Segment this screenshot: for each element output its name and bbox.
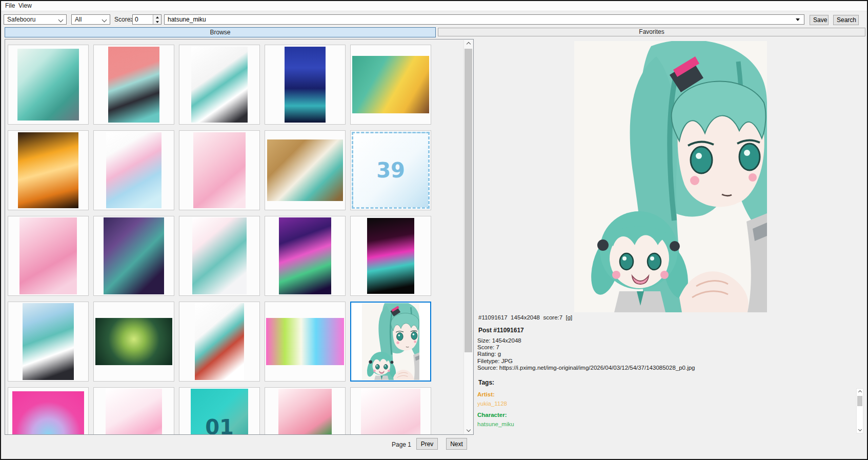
thumbnail-miku-duo[interactable]	[8, 45, 89, 125]
thumbnail-image	[267, 139, 343, 201]
thumbnail-strawberry-girl[interactable]	[265, 387, 346, 435]
thumbnail-image	[367, 218, 414, 294]
scroll-down-button[interactable]	[464, 426, 473, 434]
thumbnail-miku-manga-couple[interactable]	[179, 45, 260, 125]
thumbnail-image	[278, 389, 332, 435]
scroll-up-button[interactable]	[464, 40, 473, 48]
thumbnail-image	[193, 132, 246, 208]
thumbnail-image: 01	[191, 389, 248, 435]
tags-scrollbar[interactable]	[856, 388, 863, 433]
thumbnail-sakura-girl[interactable]	[93, 387, 174, 435]
thumbnail-image	[362, 303, 419, 380]
menu-file[interactable]: File	[3, 1, 17, 10]
tab-favorites[interactable]: Favorites	[438, 28, 865, 36]
thumbnail-miku-39-red[interactable]	[93, 45, 174, 125]
thumbnail-orange-kimono[interactable]	[8, 130, 89, 210]
tag-item[interactable]: yukia_1128	[477, 401, 855, 407]
scrollbar-thumb[interactable]	[465, 49, 472, 352]
site-select-value: Safebooru	[7, 16, 35, 23]
chevron-down-icon	[466, 428, 470, 432]
scroll-down-button[interactable]	[857, 426, 863, 433]
thumbnail-crown-girl[interactable]	[8, 387, 89, 435]
dropdown-arrow-icon[interactable]	[796, 18, 800, 21]
thumbnail-image	[106, 132, 162, 208]
chevron-down-icon	[102, 17, 107, 23]
thumbnail-image	[195, 303, 244, 380]
tag-group-label: Character:	[477, 412, 855, 418]
next-page-button[interactable]: Next	[446, 438, 467, 450]
thumbnail-grid-panel: 3901	[5, 39, 474, 435]
thumbnail-miku-sunglasses[interactable]	[8, 302, 89, 382]
thumbnail-image	[12, 391, 84, 435]
thumbnail-neon-silhouette[interactable]	[350, 216, 431, 296]
post-detail-line: Source: https://i.pximg.net/img-original…	[477, 365, 695, 371]
save-button[interactable]: Save	[810, 15, 829, 25]
app-window: File View Safebooru All Score≥ Save Sear…	[0, 0, 868, 460]
grid-scrollbar[interactable]	[463, 40, 473, 434]
score-label: Score≥	[114, 14, 134, 25]
tab-browse[interactable]: Browse	[5, 27, 436, 37]
score-decrement-button[interactable]	[153, 19, 161, 24]
thumbnail-image	[192, 217, 247, 294]
score-spin-buttons	[153, 15, 161, 24]
thumbnail-text: 39	[376, 158, 405, 182]
filter-select[interactable]: All	[71, 14, 110, 25]
thumbnail-pale-pink-girl[interactable]	[350, 387, 431, 435]
thumbnail-miku-in-box[interactable]	[265, 130, 346, 210]
tag-item[interactable]: hatsune_miku	[477, 421, 855, 428]
scrollbar-thumb[interactable]	[857, 396, 862, 406]
thumbnail-pink-twintails[interactable]	[8, 216, 89, 296]
thumbnail-image	[279, 217, 331, 294]
chevron-up-icon	[858, 390, 861, 394]
tags-list: Artist:yukia_1128Character:hatsune_miku	[477, 389, 855, 434]
thumbnail-image	[106, 389, 162, 435]
chevron-up-icon	[466, 42, 470, 46]
thumbnail-image	[95, 318, 172, 365]
search-input[interactable]	[165, 15, 797, 24]
thumbnail-miku-pikachu[interactable]	[350, 45, 431, 125]
post-details: Size: 1454x2048Score: 7Rating: gFiletype…	[477, 337, 695, 371]
post-detail-line: Filetype: JPG	[477, 358, 695, 365]
prev-page-button[interactable]: Prev	[416, 438, 438, 450]
thumbnail-blossom-miku[interactable]	[179, 216, 260, 296]
thumbnail-image	[18, 132, 78, 208]
chevron-down-icon	[858, 428, 861, 431]
search-combobox	[164, 14, 804, 25]
post-detail-line: Rating: g	[477, 351, 695, 357]
tag-group-label: Artist:	[477, 391, 855, 398]
triangle-up-icon	[156, 16, 159, 18]
thumbnail-miku-plush-selected[interactable]	[350, 302, 431, 382]
thumbnail-image	[266, 318, 344, 365]
thumbnail-image	[17, 49, 79, 121]
thumbnail-neon-poster[interactable]	[265, 216, 346, 296]
thumbnail-image	[361, 389, 420, 435]
thumbnail-blue-text-page[interactable]	[265, 45, 346, 125]
search-button[interactable]: Search	[833, 15, 859, 25]
filter-select-value: All	[75, 16, 82, 23]
thumbnail-text: 01	[205, 415, 234, 435]
post-info-line: #11091617 1454x2048 score:7 [g]	[478, 314, 572, 321]
thumbnail-image	[23, 303, 74, 380]
preview-image	[574, 41, 767, 312]
site-select[interactable]: Safebooru	[4, 14, 67, 25]
thumbnail-galaxy-miku[interactable]	[93, 216, 174, 296]
thumbnail-image	[108, 47, 159, 123]
thumbnail-number-39[interactable]: 39	[350, 130, 431, 210]
thumbnail-manga-page[interactable]	[179, 302, 260, 382]
thumbnail-sakura-miku[interactable]	[179, 130, 260, 210]
menu-view[interactable]: View	[16, 1, 34, 10]
scroll-up-button[interactable]	[857, 389, 863, 395]
thumbnail-image	[352, 56, 429, 113]
thumbnail-poster-01[interactable]: 01	[179, 387, 260, 435]
menu-bar: File View	[1, 1, 867, 11]
chevron-down-icon	[58, 17, 64, 23]
thumbnail-image	[19, 217, 77, 294]
triangle-down-icon	[156, 21, 159, 23]
post-detail-line: Score: 7	[477, 344, 695, 351]
thumbnail-rainbow-miku[interactable]	[265, 302, 346, 382]
thumbnail-lime-scope[interactable]	[93, 302, 174, 382]
thumbnail-image	[191, 47, 248, 123]
thumbnail-pastel-cat-girl[interactable]	[93, 130, 174, 210]
thumbnail-image: 39	[352, 132, 430, 209]
page-indicator: Page 1	[385, 439, 411, 450]
